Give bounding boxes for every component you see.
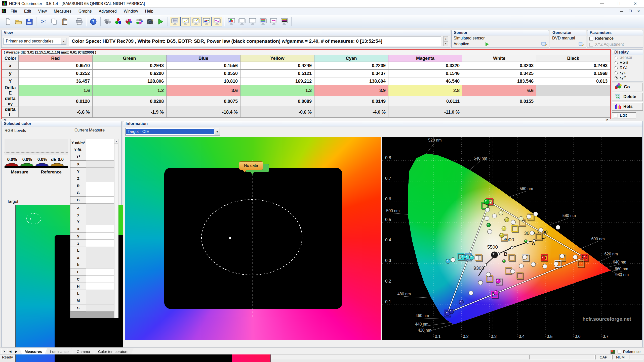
cell-delta xy-Red[interactable]: 0.0120 — [19, 96, 93, 107]
cell-Y-Blue[interactable]: 10.810 — [167, 77, 240, 85]
param-checkbox-reference[interactable]: Reference — [587, 35, 643, 41]
cell-delta L-Red[interactable]: -6.6 % — [19, 107, 93, 118]
cut-icon[interactable]: ✂ — [38, 17, 49, 26]
cell-Delta E-Red[interactable]: 1.6 — [19, 85, 93, 96]
paste-icon[interactable] — [60, 17, 70, 26]
sensor-play-icon[interactable] — [486, 42, 489, 46]
cell-delta xy-Blue[interactable]: 0.0075 — [167, 96, 240, 107]
menu-item-edit[interactable]: Edit — [21, 8, 35, 15]
measures-table[interactable]: ColorRedGreenBlueYellowCyanMagentaWhiteB… — [2, 55, 610, 118]
cell-Delta E-Magenta[interactable]: 2.8 — [388, 85, 462, 96]
menu-item-view[interactable]: View — [34, 8, 50, 15]
cell-x-Black[interactable]: 0.2493 — [536, 62, 610, 70]
chevron-down-icon[interactable]: ▼ — [61, 38, 66, 44]
reference-checkbox-row[interactable]: Reference — [618, 349, 640, 354]
cell-delta L-White[interactable] — [462, 107, 536, 118]
mdi-close-button[interactable]: ✕ — [637, 9, 640, 13]
tab-nav-next-icon[interactable]: ▶ — [14, 349, 19, 354]
checkbox-icon[interactable] — [589, 37, 593, 40]
radio-icon[interactable] — [615, 66, 618, 69]
cell-x-Green[interactable]: 0.2943 — [93, 62, 167, 70]
menu-item-measures[interactable]: Measures — [50, 8, 75, 15]
nearblack-view-icon[interactable] — [202, 17, 212, 26]
cell-Delta E-Green[interactable]: 1.2 — [93, 85, 167, 96]
close-button[interactable]: ✕ — [631, 1, 639, 6]
save-file-icon[interactable] — [24, 17, 34, 26]
radio-xyY[interactable]: xyY — [612, 75, 643, 80]
cell-Y-Cyan[interactable]: 138.694 — [314, 77, 388, 85]
cell-y-Red[interactable]: 0.3252 — [19, 70, 93, 77]
go-button[interactable]: Go — [612, 83, 643, 91]
edit-checkbox-row[interactable]: Edit — [612, 112, 636, 118]
gamma-view-icon[interactable] — [191, 17, 201, 26]
color-temp-view-icon[interactable] — [269, 17, 279, 26]
print-icon[interactable] — [74, 17, 84, 26]
cell-delta xy-Black[interactable] — [536, 96, 610, 107]
info-spinner[interactable]: ▲ ▼ — [444, 36, 448, 46]
grid-view-icon[interactable] — [170, 17, 180, 26]
cell-Y-White[interactable]: 183.546 — [462, 77, 536, 85]
luminance-view-icon[interactable] — [180, 17, 190, 26]
snapshot-icon[interactable] — [145, 17, 155, 26]
cell-Y-Red[interactable]: 36.457 — [19, 77, 93, 85]
cell-x-Red[interactable]: 0.6510 — [19, 62, 93, 70]
spin-down-icon[interactable]: ▼ — [444, 41, 448, 46]
cell-delta xy-Yellow[interactable]: 0.0089 — [240, 96, 314, 107]
radio-xyz[interactable]: xyz — [612, 70, 643, 75]
measure-colors-icon[interactable] — [124, 17, 134, 26]
cell-y-Magenta[interactable]: 0.1546 — [388, 70, 462, 77]
cell-Y-Black[interactable]: 0.013 — [536, 77, 610, 85]
radio-XYZ[interactable]: XYZ — [612, 65, 643, 70]
cell-y-Green[interactable]: 0.6200 — [93, 70, 167, 77]
run-measures-icon[interactable] — [155, 17, 166, 26]
cell-Y-Green[interactable]: 128.806 — [93, 77, 167, 85]
menu-item-help[interactable]: Help — [142, 8, 157, 15]
menu-item-graphs[interactable]: Graphs — [75, 8, 95, 15]
radio-RGB[interactable]: RGB — [612, 60, 643, 65]
delete-button[interactable]: Delete — [612, 93, 643, 101]
cell-Delta E-Yellow[interactable]: 1.3 — [240, 85, 314, 96]
reference-checkbox[interactable] — [618, 350, 621, 353]
measure-table-scrollbar[interactable]: ▲ — [114, 139, 118, 318]
cell-delta xy-Green[interactable]: 0.0208 — [93, 96, 167, 107]
cell-Y-Yellow[interactable]: 169.212 — [240, 77, 314, 85]
cie-view-icon[interactable] — [226, 17, 236, 26]
cell-y-Cyan[interactable]: 0.3437 — [314, 70, 388, 77]
spectrum-view-icon[interactable] — [279, 17, 289, 26]
radio-icon[interactable] — [615, 71, 618, 74]
rgb-levels-view-icon[interactable] — [258, 17, 268, 26]
tab-nav-prev-icon[interactable]: ◀ — [8, 349, 13, 354]
tab-measures[interactable]: Measures — [20, 348, 47, 354]
copy-icon[interactable] — [49, 17, 59, 26]
cell-x-Yellow[interactable]: 0.4249 — [240, 62, 314, 70]
cell-x-Magenta[interactable]: 0.3320 — [388, 62, 462, 70]
menu-item-file[interactable]: File — [7, 8, 21, 15]
spin-up-icon[interactable]: ▲ — [444, 36, 448, 41]
open-file-icon[interactable] — [14, 17, 24, 26]
cell-delta L-Blue[interactable]: -18.4 % — [167, 107, 240, 118]
view-type-select[interactable]: Primaries and secondaries ▼ — [4, 38, 66, 45]
cell-Delta E-White[interactable]: 6.6 — [462, 85, 536, 96]
cell-y-Yellow[interactable]: 0.5121 — [240, 70, 314, 77]
refs-button[interactable]: Refs — [612, 102, 643, 111]
information-select[interactable]: Target - CIE ▼ — [125, 128, 220, 135]
cell-y-Black[interactable]: 0.1968 — [536, 70, 610, 77]
cell-delta L-Black[interactable] — [536, 107, 610, 118]
cell-x-Blue[interactable]: 0.1556 — [167, 62, 240, 70]
measure-rgb-icon[interactable] — [113, 17, 123, 26]
cell-delta xy-White[interactable]: 0.0155 — [462, 96, 536, 107]
cell-delta xy-Cyan[interactable]: 0.0149 — [314, 96, 388, 107]
radio-icon[interactable] — [615, 76, 618, 79]
sensor-settings-icon[interactable] — [103, 17, 113, 26]
scroll-up-icon[interactable]: ▲ — [114, 139, 118, 144]
mdi-minimize-button[interactable]: — — [620, 9, 623, 13]
tab-gamma[interactable]: Gamma — [72, 348, 95, 354]
tab-color-temperature[interactable]: Color temperature — [93, 348, 134, 354]
chevron-down-icon[interactable]: ▼ — [215, 128, 220, 135]
blank-view-2-icon[interactable] — [248, 17, 258, 26]
cell-x-Cyan[interactable]: 0.2239 — [314, 62, 388, 70]
cell-x-White[interactable]: 0.3203 — [462, 62, 536, 70]
new-file-icon[interactable] — [3, 17, 13, 26]
cell-Y-Magenta[interactable]: 46.540 — [388, 77, 462, 85]
menu-item-window[interactable]: Window — [120, 8, 142, 15]
